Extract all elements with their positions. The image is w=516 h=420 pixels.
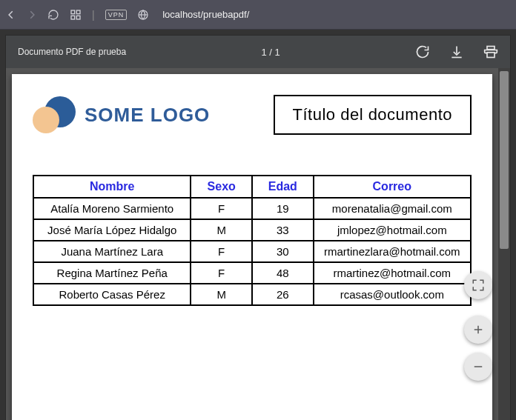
zoom-in-button[interactable] — [464, 316, 492, 344]
svg-rect-1 — [76, 10, 80, 14]
cell-correo: rcasas@outlook.com — [314, 284, 471, 305]
cell-edad: 48 — [252, 262, 314, 284]
pdf-toolbar: Documento PDF de prueba 1 / 1 — [6, 36, 510, 68]
cell-edad: 26 — [252, 284, 314, 305]
doc-header: SOME LOGO Título del documento — [33, 95, 472, 135]
vpn-badge[interactable]: VPN — [105, 10, 128, 20]
logo-text: SOME LOGO — [85, 104, 210, 127]
rotate-icon[interactable] — [415, 44, 430, 59]
cell-edad: 30 — [252, 241, 314, 262]
toolbar-divider: | — [92, 9, 95, 21]
cell-correo: jmlopez@hotmail.com — [314, 219, 471, 241]
vertical-scrollbar-thumb[interactable] — [500, 71, 509, 249]
cell-sexo: F — [191, 262, 252, 284]
col-header-correo: Correo — [314, 176, 471, 198]
pdf-doc-title: Documento PDF de prueba — [18, 47, 126, 57]
cell-nombre: Roberto Casas Pérez — [33, 284, 191, 305]
pdf-page: SOME LOGO Título del documento Nombre Se… — [12, 74, 492, 420]
logo-mark-icon — [33, 96, 77, 133]
table-row: Roberto Casas PérezM26rcasas@outlook.com — [33, 284, 471, 305]
col-header-edad: Edad — [252, 176, 314, 198]
svg-rect-0 — [71, 10, 75, 14]
download-icon[interactable] — [449, 44, 464, 59]
data-table: Nombre Sexo Edad Correo Atalía Moreno Sa… — [33, 175, 472, 306]
cell-nombre: Juana Martínez Lara — [33, 241, 191, 262]
pdf-page-surface[interactable]: SOME LOGO Título del documento Nombre Se… — [6, 68, 498, 420]
table-row: José María López HidalgoM33jmlopez@hotma… — [33, 219, 471, 241]
logo: SOME LOGO — [33, 96, 210, 133]
svg-rect-2 — [71, 16, 75, 19]
svg-rect-6 — [487, 53, 494, 58]
extensions-icon[interactable] — [70, 9, 82, 21]
cell-edad: 33 — [252, 219, 314, 241]
address-bar[interactable]: localhost/pruebapdf/ — [162, 9, 249, 20]
svg-rect-5 — [487, 47, 494, 50]
cell-sexo: F — [191, 198, 252, 219]
col-header-nombre: Nombre — [33, 176, 191, 198]
print-icon[interactable] — [483, 44, 498, 59]
col-header-sexo: Sexo — [191, 176, 252, 198]
cell-sexo: M — [191, 219, 252, 241]
table-row: Juana Martínez LaraF30rmartinezlara@hotm… — [33, 241, 471, 262]
cell-nombre: Regina Martínez Peña — [33, 262, 191, 284]
cell-correo: morenatalia@gmail.com — [314, 198, 471, 219]
page-indicator[interactable]: 1 / 1 — [126, 47, 415, 58]
cell-sexo: M — [191, 284, 252, 305]
forward-icon[interactable] — [27, 10, 37, 20]
cell-nombre: José María López Hidalgo — [33, 219, 191, 241]
table-row: Regina Martínez PeñaF48rmartinez@hotmail… — [33, 262, 471, 284]
cell-nombre: Atalía Moreno Sarmiento — [33, 198, 191, 219]
table-row: Atalía Moreno SarmientoF19morenatalia@gm… — [33, 198, 471, 219]
table-header-row: Nombre Sexo Edad Correo — [33, 176, 471, 198]
cell-sexo: F — [191, 241, 252, 262]
pdf-viewer: Documento PDF de prueba 1 / 1 SOME LOGO — [6, 36, 510, 420]
browser-nav-cluster: | VPN — [6, 9, 149, 21]
vertical-scrollbar[interactable] — [498, 68, 510, 420]
document-title: Título del documento — [274, 95, 472, 135]
zoom-out-button[interactable] — [464, 353, 492, 381]
globe-icon[interactable] — [137, 9, 149, 21]
pdf-toolbar-actions — [415, 44, 498, 59]
back-icon[interactable] — [6, 10, 16, 20]
cell-correo: rmartinez@hotmail.com — [314, 262, 471, 284]
svg-rect-3 — [76, 16, 80, 19]
cell-correo: rmartinezlara@hotmail.com — [314, 241, 471, 262]
fit-to-page-button[interactable] — [464, 271, 492, 299]
reload-icon[interactable] — [47, 9, 59, 21]
browser-top-bar: | VPN localhost/pruebapdf/ — [0, 0, 516, 30]
cell-edad: 19 — [252, 198, 314, 219]
